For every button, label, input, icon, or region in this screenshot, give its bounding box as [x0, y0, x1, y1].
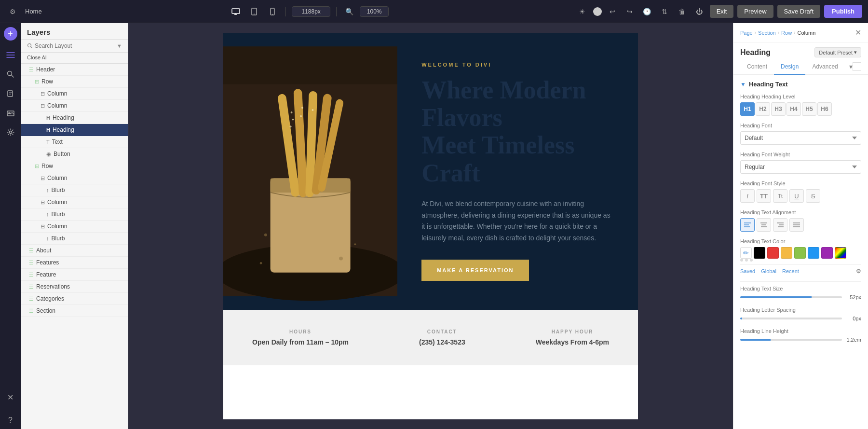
- heading-line-height-slider[interactable]: [740, 339, 842, 341]
- more-tabs-button[interactable]: ▾: [849, 63, 853, 70]
- breadcrumb-section[interactable]: Section: [758, 30, 776, 36]
- heading-size-slider[interactable]: [740, 296, 842, 298]
- tab-content[interactable]: Content: [740, 59, 774, 75]
- layer-col2[interactable]: ⊟ Column: [21, 100, 128, 112]
- uppercase-button[interactable]: TT: [757, 189, 771, 203]
- trash-icon[interactable]: 🗑: [675, 5, 689, 18]
- filter-icon[interactable]: ▼: [117, 43, 122, 49]
- breadcrumb-page[interactable]: Page: [740, 30, 753, 36]
- add-element-button[interactable]: +: [4, 27, 17, 41]
- layer-row1[interactable]: ⊞ Row: [21, 76, 128, 88]
- layer-button1[interactable]: ◉ Button: [21, 148, 128, 160]
- pages-icon[interactable]: [2, 85, 19, 102]
- color-settings-icon[interactable]: ⚙: [856, 268, 861, 275]
- gear-icon[interactable]: ⚙: [6, 5, 19, 18]
- layer-heading1[interactable]: H Heading: [21, 112, 128, 124]
- power-icon[interactable]: ⏻: [692, 5, 706, 18]
- layers-icon[interactable]: [2, 46, 19, 64]
- preview-button[interactable]: Preview: [737, 5, 773, 18]
- search-icon[interactable]: [2, 66, 19, 83]
- panel-checkbox[interactable]: [853, 62, 861, 71]
- h5-button[interactable]: H5: [802, 102, 816, 116]
- h6-button[interactable]: H6: [817, 102, 832, 116]
- section-collapse-icon[interactable]: ▼: [740, 81, 746, 88]
- undo-icon[interactable]: ↩: [606, 5, 619, 18]
- history-icon[interactable]: 🕐: [640, 5, 654, 18]
- save-draft-button[interactable]: Save Draft: [777, 5, 820, 18]
- strikethrough-button[interactable]: S: [806, 189, 820, 203]
- color-tab-recent[interactable]: Recent: [782, 268, 799, 274]
- underline-button[interactable]: U: [789, 189, 804, 203]
- breadcrumb-row[interactable]: Row: [781, 30, 792, 36]
- portability-icon[interactable]: ⇅: [658, 5, 671, 18]
- heading-level-property: Heading Heading Level H1 H2 H3 H4 H5 H6: [740, 94, 861, 116]
- color-blue-swatch[interactable]: [808, 247, 819, 259]
- tools-icon[interactable]: ✕: [2, 388, 19, 406]
- color-purple-swatch[interactable]: [821, 247, 833, 259]
- layer-blurb3-icon: ↑: [46, 235, 49, 241]
- media-icon[interactable]: [2, 104, 19, 122]
- layer-blurb2[interactable]: ↑ Blurb: [21, 208, 128, 221]
- h4-button[interactable]: H4: [787, 102, 801, 116]
- zoom-input[interactable]: [360, 6, 389, 17]
- color-picker-button[interactable]: ✏: [740, 247, 752, 259]
- layer-blurb1[interactable]: ↑ Blurb: [21, 184, 128, 196]
- color-black-swatch[interactable]: [754, 247, 765, 259]
- layer-col4[interactable]: ⊟ Column: [21, 196, 128, 208]
- color-tab-global[interactable]: Global: [761, 268, 776, 274]
- layer-col1[interactable]: ⊟ Column: [21, 88, 128, 100]
- heading-letter-spacing-slider[interactable]: [740, 318, 842, 319]
- heading-text-section-label: Heading Text: [749, 81, 788, 88]
- tab-design[interactable]: Design: [774, 59, 805, 75]
- heading-alignment-property: Heading Text Alignment: [740, 209, 861, 232]
- align-center-button[interactable]: [757, 218, 771, 232]
- h2-button[interactable]: H2: [756, 102, 770, 116]
- layer-reservations[interactable]: ☰ Reservations: [21, 281, 128, 293]
- sun-icon[interactable]: ☀: [576, 5, 589, 18]
- layer-col3[interactable]: ⊟ Column: [21, 172, 128, 184]
- color-rainbow-swatch[interactable]: [835, 247, 846, 259]
- tab-advanced[interactable]: Advanced: [805, 59, 844, 75]
- reservation-button[interactable]: MAKE A RESERVATION: [421, 260, 529, 281]
- layer-categories[interactable]: ☰ Categories: [21, 293, 128, 305]
- color-red-swatch[interactable]: [767, 247, 779, 259]
- color-green-swatch[interactable]: [794, 247, 806, 259]
- width-input[interactable]: [292, 6, 330, 17]
- layer-blurb3[interactable]: ↑ Blurb: [21, 233, 128, 245]
- layer-header[interactable]: ☰ Header: [21, 64, 128, 76]
- color-tab-saved[interactable]: Saved: [740, 268, 755, 274]
- layer-features[interactable]: ☰ Features: [21, 257, 128, 269]
- search-layout-input[interactable]: [35, 42, 115, 49]
- canvas-area[interactable]: WELCOME TO DIVI Where Modern Flavors Mee…: [128, 23, 733, 429]
- italic-button[interactable]: I: [740, 189, 755, 203]
- h1-button[interactable]: H1: [740, 102, 755, 116]
- color-yellow-swatch[interactable]: [781, 247, 792, 259]
- default-preset-button[interactable]: Default Preset ▾: [814, 47, 861, 57]
- heading-weight-select[interactable]: Regular: [740, 160, 861, 174]
- layer-row2[interactable]: ⊞ Row: [21, 160, 128, 172]
- layer-section-icon: ☰: [29, 308, 34, 314]
- align-left-button[interactable]: [740, 218, 755, 232]
- desktop-device-btn[interactable]: [229, 5, 243, 18]
- layer-col5[interactable]: ⊟ Column: [21, 221, 128, 233]
- help-icon[interactable]: ?: [2, 412, 19, 429]
- layer-section[interactable]: ☰ Section: [21, 305, 128, 317]
- exit-button[interactable]: Exit: [710, 5, 734, 18]
- layer-text1[interactable]: T Text: [21, 136, 128, 148]
- align-right-button[interactable]: [773, 218, 787, 232]
- align-justify-button[interactable]: [789, 218, 804, 232]
- redo-icon[interactable]: ↪: [623, 5, 637, 18]
- theme-toggle[interactable]: [593, 7, 602, 16]
- h3-button[interactable]: H3: [771, 102, 786, 116]
- layer-feature[interactable]: ☰ Feature: [21, 269, 128, 281]
- close-all-button[interactable]: Close All: [21, 53, 128, 64]
- mobile-device-btn[interactable]: [265, 5, 280, 18]
- tablet-device-btn[interactable]: [247, 5, 261, 18]
- close-panel-button[interactable]: ✕: [855, 28, 861, 37]
- capitalize-button[interactable]: Tt: [773, 189, 787, 203]
- publish-button[interactable]: Publish: [824, 5, 862, 18]
- heading-font-select[interactable]: Default: [740, 131, 861, 145]
- layer-heading2[interactable]: H Heading: [21, 124, 128, 136]
- layer-about[interactable]: ☰ About: [21, 245, 128, 257]
- settings-page-icon[interactable]: [2, 124, 19, 141]
